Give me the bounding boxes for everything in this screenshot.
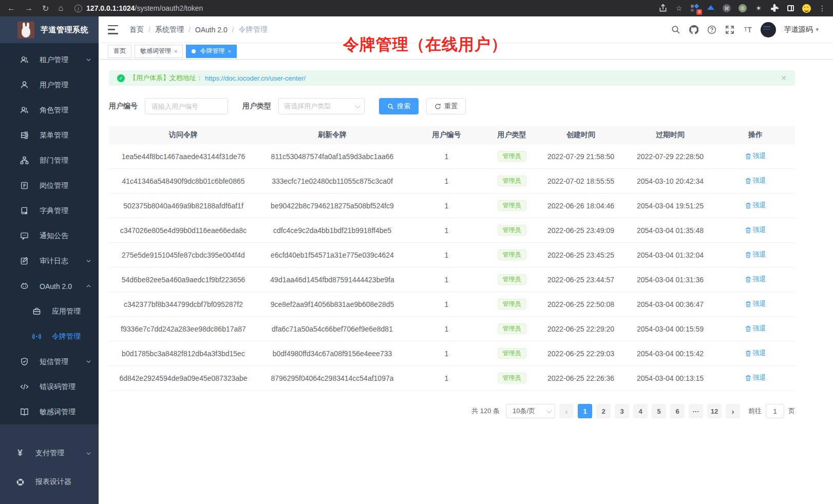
profile-emoji-icon[interactable] bbox=[802, 4, 811, 13]
sidebar-item-角色管理[interactable]: 角色管理 bbox=[0, 98, 99, 123]
user-id-cell: 1 bbox=[407, 276, 486, 284]
sidebar-item-菜单管理[interactable]: 菜单管理 bbox=[0, 123, 99, 148]
tab-敏感词管理[interactable]: 敏感词管理× bbox=[135, 45, 183, 58]
sidebar-item-报表设计器[interactable]: 报表设计器 bbox=[0, 468, 99, 496]
github-icon[interactable] bbox=[689, 25, 699, 35]
recorder-extension-icon[interactable] bbox=[738, 4, 747, 13]
sidebar-item-label: 通知公告 bbox=[40, 231, 91, 241]
user-id-cell: 1 bbox=[407, 226, 486, 235]
page-button-4[interactable]: 4 bbox=[633, 404, 648, 418]
user-avatar[interactable] bbox=[761, 22, 776, 37]
search-button[interactable]: 搜索 bbox=[379, 98, 419, 114]
more-pages-button[interactable]: ··· bbox=[689, 404, 703, 418]
page-button-2[interactable]: 2 bbox=[596, 404, 611, 418]
user-type-label: 用户类型 bbox=[242, 102, 271, 111]
star-extension-icon[interactable]: ✶ bbox=[754, 4, 763, 13]
force-logout-button[interactable]: 强退 bbox=[745, 225, 766, 235]
force-logout-button[interactable]: 强退 bbox=[745, 324, 766, 333]
extension-badge-icon[interactable]: 9 bbox=[690, 4, 699, 13]
table-body: 1ea5e44f8bc1467aaede43144f31de76811c5304… bbox=[109, 144, 795, 391]
expire-time-cell: 2054-03-10 20:42:34 bbox=[624, 177, 716, 185]
reset-button-label: 重置 bbox=[444, 102, 458, 111]
goto-page-input[interactable] bbox=[766, 404, 784, 418]
user-type-select[interactable]: 请选择用户类型 bbox=[278, 98, 365, 114]
page-button-6[interactable]: 6 bbox=[670, 404, 685, 418]
extension-count-badge: 9 bbox=[696, 9, 702, 15]
sidebar-item-支付管理[interactable]: ¥支付管理 bbox=[0, 439, 99, 468]
force-logout-button[interactable]: 强退 bbox=[745, 299, 766, 308]
page-size-select[interactable]: 10条/页 bbox=[506, 404, 555, 418]
next-page-button[interactable]: › bbox=[726, 404, 740, 418]
force-logout-button[interactable]: 强退 bbox=[745, 176, 766, 185]
sidebar-item-租户管理[interactable]: 租户管理 bbox=[0, 47, 99, 72]
sidebar-item-label: 岗位管理 bbox=[40, 181, 91, 190]
screen: ← → ↻ ⌂ i 127.0.0.1:1024/system/oauth2/t… bbox=[0, 0, 833, 504]
created-time-cell: 2022-07-02 18:55:55 bbox=[537, 177, 624, 185]
puzzle-extensions-icon[interactable] bbox=[770, 4, 779, 13]
sms-icon bbox=[20, 357, 29, 366]
url-bar[interactable]: i 127.0.0.1:1024/system/oauth2/token bbox=[71, 0, 658, 16]
force-logout-button[interactable]: 强退 bbox=[745, 373, 766, 382]
share-icon[interactable] bbox=[658, 4, 668, 13]
user-type-cell: 管理员 bbox=[486, 249, 537, 260]
force-logout-button[interactable]: 强退 bbox=[745, 348, 766, 358]
user-type-cell: 管理员 bbox=[486, 323, 537, 334]
back-icon[interactable]: ← bbox=[7, 4, 15, 13]
bookmark-star-icon[interactable]: ☆ bbox=[674, 4, 684, 13]
forward-icon[interactable]: → bbox=[25, 4, 33, 13]
force-logout-button[interactable]: 强退 bbox=[745, 250, 766, 259]
user-type-cell: 管理员 bbox=[486, 225, 537, 236]
force-logout-button[interactable]: 强退 bbox=[745, 151, 766, 161]
token-table: 访问令牌刷新令牌用户编号用户类型创建时间过期时间操作 1ea5e44f8bc14… bbox=[109, 126, 795, 391]
force-logout-button[interactable]: 强退 bbox=[745, 275, 766, 284]
tab-令牌管理[interactable]: 令牌管理× bbox=[186, 45, 236, 58]
browser-menu-icon[interactable]: ⋮ bbox=[818, 4, 827, 13]
breadcrumb-item[interactable]: OAuth 2.0 bbox=[195, 26, 228, 34]
page-button-3[interactable]: 3 bbox=[615, 404, 629, 418]
sidebar-item-字典管理[interactable]: 字典管理 bbox=[0, 198, 99, 223]
home-icon[interactable]: ⌂ bbox=[58, 4, 63, 13]
sidebar-item-部门管理[interactable]: 部门管理 bbox=[0, 148, 99, 173]
reset-button[interactable]: 重置 bbox=[426, 98, 466, 114]
app-logo-band[interactable]: 芋道管理系统 bbox=[0, 16, 99, 43]
sidebar-toggle-icon[interactable] bbox=[108, 25, 118, 34]
fullscreen-icon[interactable] bbox=[725, 25, 735, 35]
sidebar-item-令牌管理[interactable]: 令牌管理 bbox=[0, 324, 99, 349]
sidebar-item-敏感词管理[interactable]: 敏感词管理 bbox=[0, 399, 99, 424]
page-button-12[interactable]: 12 bbox=[707, 404, 722, 418]
user-type-cell: 管理员 bbox=[486, 200, 537, 211]
user-menu[interactable]: 芋道源码 ▾ bbox=[784, 25, 819, 34]
help-icon[interactable] bbox=[707, 25, 717, 35]
breadcrumb: 首页/系统管理/OAuth 2.0/令牌管理 bbox=[129, 25, 268, 34]
sidebar-item-label: 字典管理 bbox=[40, 206, 91, 216]
breadcrumb-item[interactable]: 首页 bbox=[129, 25, 144, 34]
force-logout-button[interactable]: 强退 bbox=[745, 201, 766, 210]
sidebar-item-审计日志[interactable]: 审计日志 bbox=[0, 248, 99, 274]
sidebar-item-错误码管理[interactable]: 错误码管理 bbox=[0, 374, 99, 399]
command-extension-icon[interactable]: ⌘ bbox=[722, 4, 731, 13]
access-token-cell: 275e5de9151045fe87cbdc395e004f4d bbox=[109, 251, 258, 259]
page-button-5[interactable]: 5 bbox=[652, 404, 666, 418]
tab-首页[interactable]: 首页 bbox=[108, 45, 131, 58]
prev-page-button[interactable]: ‹ bbox=[559, 404, 574, 418]
font-size-icon[interactable]: TT bbox=[743, 25, 753, 35]
chevron-up-icon bbox=[86, 283, 91, 289]
sidebar-item-OAuth 2.0[interactable]: OAuth 2.0 bbox=[0, 274, 99, 299]
sidebar-item-应用管理[interactable]: 应用管理 bbox=[0, 299, 99, 324]
tab-close-icon[interactable]: × bbox=[174, 48, 177, 54]
page-button-1[interactable]: 1 bbox=[578, 404, 592, 418]
alert-doc-link[interactable]: https://doc.iocoder.cn/user-center/ bbox=[205, 74, 306, 82]
site-info-icon[interactable]: i bbox=[74, 5, 82, 12]
sidebar-item-用户管理[interactable]: 用户管理 bbox=[0, 72, 99, 98]
search-icon[interactable] bbox=[671, 25, 681, 35]
breadcrumb-item[interactable]: 系统管理 bbox=[155, 25, 184, 34]
gem-extension-icon[interactable] bbox=[706, 4, 715, 13]
alert-close-icon[interactable]: ✕ bbox=[781, 74, 787, 82]
reload-icon[interactable]: ↻ bbox=[42, 4, 49, 13]
sidepanel-icon[interactable] bbox=[786, 4, 795, 13]
sidebar-item-通知公告[interactable]: 通知公告 bbox=[0, 223, 99, 248]
user-id-input[interactable] bbox=[145, 98, 228, 114]
sidebar-item-短信管理[interactable]: 短信管理 bbox=[0, 349, 99, 374]
sidebar-item-岗位管理[interactable]: 岗位管理 bbox=[0, 173, 99, 198]
tab-close-icon[interactable]: × bbox=[228, 48, 231, 54]
